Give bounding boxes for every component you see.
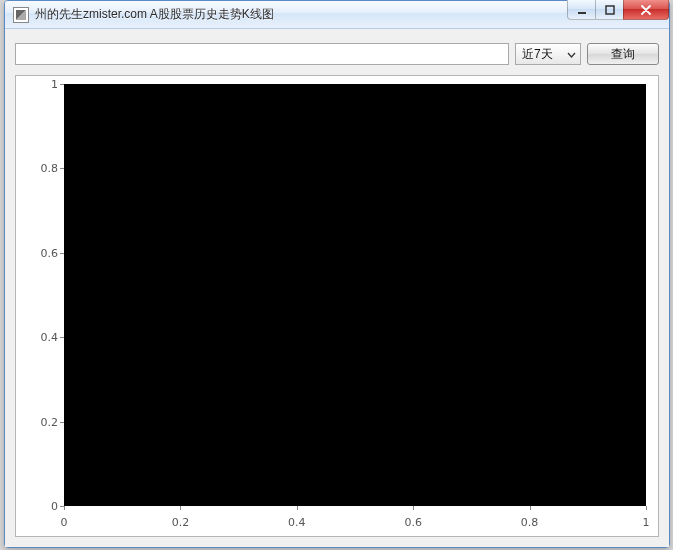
close-button[interactable] (623, 0, 669, 20)
x-tick-label: 0.6 (404, 516, 422, 529)
x-tick (180, 506, 181, 510)
date-range-select[interactable]: 近7天 (515, 43, 581, 65)
x-tick-label: 1 (643, 516, 650, 529)
y-tick-label: 0.8 (41, 162, 59, 175)
date-range-value: 近7天 (522, 46, 553, 63)
svg-rect-1 (606, 6, 614, 14)
app-icon (13, 7, 29, 23)
y-tick-label: 0.4 (41, 331, 59, 344)
y-tick-label: 1 (51, 78, 58, 91)
window-controls (567, 0, 669, 20)
y-tick-label: 0.6 (41, 246, 59, 259)
close-icon (640, 5, 652, 15)
minimize-icon (577, 5, 587, 15)
y-tick-label: 0.2 (41, 415, 59, 428)
maximize-button[interactable] (595, 0, 623, 20)
app-window: 州的先生zmister.com A股股票历史走势K线图 近7天 查询 (4, 0, 670, 548)
y-axis: 00.20.40.60.81 (16, 84, 64, 506)
toolbar: 近7天 查询 (15, 39, 659, 71)
window-title: 州的先生zmister.com A股股票历史走势K线图 (35, 6, 274, 23)
query-button-label: 查询 (611, 46, 635, 63)
chevron-down-icon (567, 50, 576, 59)
x-tick-label: 0.8 (521, 516, 539, 529)
minimize-button[interactable] (567, 0, 595, 20)
svg-rect-0 (578, 12, 586, 14)
x-tick-label: 0 (61, 516, 68, 529)
maximize-icon (605, 5, 615, 15)
plot-area (64, 84, 646, 506)
client-area: 近7天 查询 00.20.40.60.81 00.20.40.60.81 (5, 29, 669, 547)
x-tick (646, 506, 647, 510)
chart-panel: 00.20.40.60.81 00.20.40.60.81 (15, 75, 659, 537)
stock-code-input[interactable] (15, 43, 509, 65)
x-tick (64, 506, 65, 510)
x-tick (413, 506, 414, 510)
titlebar[interactable]: 州的先生zmister.com A股股票历史走势K线图 (5, 1, 669, 29)
x-tick-label: 0.4 (288, 516, 306, 529)
x-tick (297, 506, 298, 510)
x-tick (530, 506, 531, 510)
x-axis: 00.20.40.60.81 (64, 506, 646, 536)
x-tick-label: 0.2 (172, 516, 190, 529)
query-button[interactable]: 查询 (587, 43, 659, 65)
y-tick-label: 0 (51, 500, 58, 513)
